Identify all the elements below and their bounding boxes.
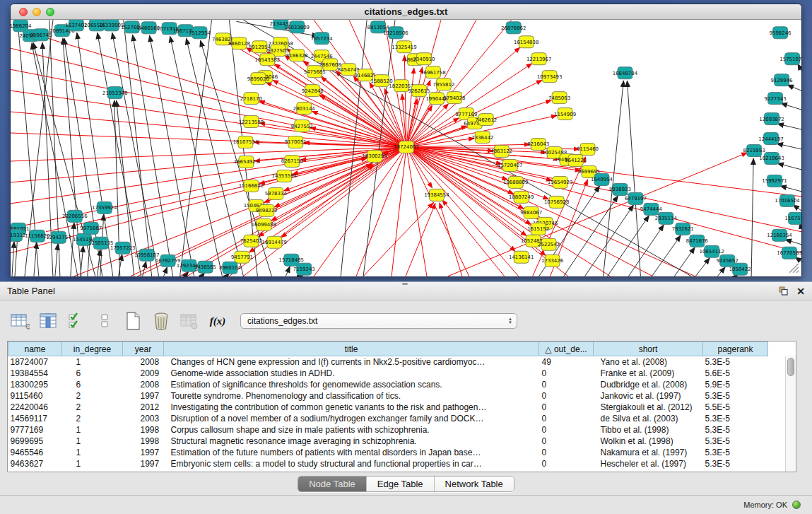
network-node[interactable]: 15166822: [239, 180, 264, 192]
select-columns-button[interactable]: [35, 308, 61, 334]
table-row[interactable]: 977716911998Corpus callosum shape and si…: [8, 424, 768, 436]
scrollbar-thumb[interactable]: [787, 358, 794, 376]
network-edge: [777, 144, 801, 149]
memory-status-label: Memory: OK: [743, 501, 787, 509]
network-node[interactable]: 16770583: [777, 247, 801, 259]
network-edge: [781, 103, 801, 110]
network-node[interactable]: 7832621: [672, 223, 694, 235]
network-canvas[interactable]: 1872400718300295193845547463822886012889…: [11, 20, 801, 276]
network-node[interactable]: 16914479: [262, 236, 287, 248]
column-header-out_de[interactable]: △ out_de...: [539, 342, 594, 356]
network-node[interactable]: 12093872: [759, 113, 784, 125]
column-header-name[interactable]: name: [8, 342, 62, 356]
network-node[interactable]: 5878334: [265, 187, 288, 199]
network-node[interactable]: 8960104: [219, 262, 242, 274]
network-node[interactable]: 8215953: [743, 145, 765, 157]
tab-network-table[interactable]: Network Table: [434, 477, 514, 491]
splitter-handle[interactable]: [402, 283, 408, 285]
network-node[interactable]: 6794028: [443, 92, 465, 104]
table-vertical-scrollbar[interactable]: [785, 356, 796, 472]
network-node[interactable]: 26876862: [501, 22, 526, 34]
node-label: 10654112: [699, 249, 724, 255]
network-node[interactable]: 9115460: [577, 144, 599, 156]
merge-rows-button[interactable]: [92, 308, 117, 334]
network-node[interactable]: 8186328: [286, 49, 308, 62]
network-node[interactable]: 12444197: [758, 133, 783, 145]
network-node[interactable]: 8427552: [291, 120, 313, 132]
close-panel-icon[interactable]: ✕: [796, 286, 805, 297]
node-label: 16210643: [759, 156, 784, 161]
network-node[interactable]: 9227343: [765, 93, 787, 105]
network-node[interactable]: 9242848: [302, 85, 324, 97]
node-label: 8938923: [609, 187, 631, 192]
network-node[interactable]: 9129946: [771, 74, 793, 86]
network-node[interactable]: 16654923: [234, 156, 259, 168]
float-panel-icon[interactable]: [779, 286, 788, 296]
network-edge: [286, 267, 290, 276]
network-edge: [406, 204, 435, 276]
column-header-pagerank[interactable]: pagerank: [703, 342, 768, 356]
network-node[interactable]: 17359924: [92, 201, 117, 214]
table-settings-button[interactable]: ⚙: [7, 308, 33, 334]
node-label: 9170051: [285, 140, 307, 146]
network-node[interactable]: 7485063: [548, 92, 570, 104]
network-node[interactable]: 9598246: [770, 27, 792, 39]
column-header-short[interactable]: short: [594, 342, 703, 356]
tab-edge-table[interactable]: Edge Table: [366, 477, 434, 491]
table-row[interactable]: 1830029562008Estimation of significance …: [8, 379, 768, 390]
node-label: 9498222: [256, 208, 278, 214]
new-document-button[interactable]: [120, 308, 146, 334]
network-node[interactable]: 10756928: [544, 196, 569, 208]
network-node[interactable]: 15751074: [779, 53, 801, 65]
network-desktop: citations_edges.txt: [0, 0, 812, 281]
node-label: 8454749: [338, 67, 360, 73]
network-node[interactable]: 10688809: [503, 176, 528, 188]
column-header-title[interactable]: title: [164, 342, 539, 356]
table-row[interactable]: 969969511998Structural magnetic resonanc…: [8, 436, 768, 447]
function-builder-button[interactable]: f(x): [205, 308, 230, 334]
network-node[interactable]: 14353594: [272, 170, 298, 182]
network-edge: [406, 147, 568, 276]
table-toolbar: ⚙: [7, 305, 805, 337]
table-row[interactable]: 946554611997Estimation of the future num…: [8, 447, 768, 458]
resize-grip-icon[interactable]: [789, 264, 799, 273]
window-titlebar[interactable]: citations_edges.txt: [11, 4, 801, 20]
network-node[interactable]: 1167530: [784, 212, 801, 224]
node-label: 7857234: [311, 36, 334, 42]
table-row[interactable]: 1456911722003Disruption of a novel membe…: [8, 413, 768, 424]
network-node[interactable]: 1154909: [554, 108, 576, 120]
network-node[interactable]: 15992971: [762, 175, 787, 187]
table-row[interactable]: 911546021997Tourette syndrome. Phenomeno…: [8, 390, 768, 402]
network-node[interactable]: 12213967: [526, 53, 551, 65]
network-graph[interactable]: 1872400718300295193845547463822886012889…: [11, 20, 801, 276]
network-node[interactable]: 20206556: [62, 210, 87, 222]
network-node[interactable]: 7955812: [433, 78, 454, 90]
table-row[interactable]: 1938455462009Genome-wide association stu…: [8, 368, 768, 379]
network-node[interactable]: 9457791: [231, 251, 253, 263]
network-node[interactable]: 8471676: [686, 235, 708, 247]
network-node[interactable]: 7857234: [311, 33, 334, 45]
network-node[interactable]: 16154838: [514, 36, 539, 48]
network-node[interactable]: 16648784: [613, 67, 638, 79]
column-header-in_degree[interactable]: in_degree: [62, 342, 123, 356]
column-header-year[interactable]: year: [123, 342, 164, 356]
network-node[interactable]: 17016504: [775, 194, 800, 206]
network-node[interactable]: 14136141: [509, 251, 534, 263]
table-row[interactable]: 1872400712008Changes of HCN gene express…: [8, 356, 768, 368]
tab-node-table[interactable]: Node Table: [298, 477, 366, 491]
select-rows-check-button[interactable]: [64, 308, 89, 334]
table-selector-dropdown[interactable]: citations_edges.txt ▲▼: [240, 313, 517, 329]
network-edge: [787, 85, 801, 90]
network-node[interactable]: 18107534: [233, 136, 259, 148]
network-edge: [406, 20, 512, 147]
network-node[interactable]: 12160354: [767, 229, 792, 241]
table-row[interactable]: 2242004622012Investigating the contribut…: [8, 402, 768, 413]
network-node[interactable]: 13325419: [392, 41, 416, 53]
network-node[interactable]: 16210643: [759, 152, 784, 164]
network-node[interactable]: 16961758: [420, 66, 445, 78]
table-row[interactable]: 946362711997Embryonic stem cells: a mode…: [8, 458, 768, 469]
network-node[interactable]: 1733426: [541, 255, 563, 267]
network-node[interactable]: 7625402: [240, 235, 262, 247]
node-label: 9146821: [355, 73, 377, 78]
trash-icon-button[interactable]: [148, 308, 174, 334]
